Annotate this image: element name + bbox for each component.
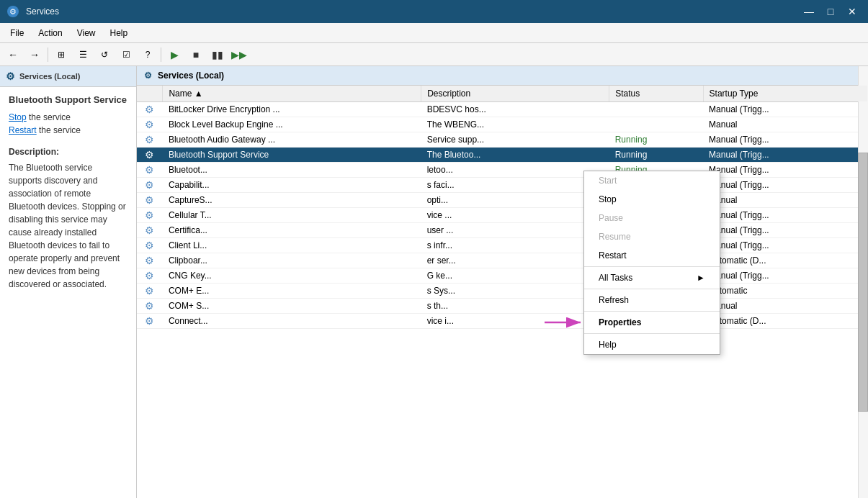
row-name: Block Level Backup Engine ... bbox=[163, 117, 421, 132]
up-button[interactable]: ⊞ bbox=[51, 45, 71, 64]
row-desc: s faci... bbox=[421, 178, 609, 193]
context-pause[interactable]: Pause bbox=[584, 209, 720, 227]
row-name: CaptureS... bbox=[163, 193, 421, 208]
row-name: CNG Key... bbox=[163, 268, 421, 284]
show-hide-button[interactable]: ☰ bbox=[73, 45, 93, 64]
pause-button[interactable]: ▮▮ bbox=[207, 45, 228, 64]
refresh-button[interactable]: ↺ bbox=[94, 45, 115, 64]
row-startup: Manual bbox=[703, 299, 867, 314]
row-status: Running bbox=[609, 132, 703, 148]
row-desc: Service supp... bbox=[421, 132, 609, 148]
row-name: Capabilit... bbox=[163, 178, 421, 193]
row-icon: ⚙ bbox=[137, 223, 163, 238]
table-row[interactable]: ⚙Cellular T...vice ...Manual (Trigg... bbox=[137, 208, 868, 223]
row-startup: Manual (Trigg... bbox=[703, 268, 867, 284]
table-row[interactable]: ⚙Client Li...s infr...Manual (Trigg... bbox=[137, 238, 868, 253]
toolbar-sep-1 bbox=[48, 47, 48, 62]
table-row[interactable]: ⚙CNG Key...G ke...RunningManual (Trigg..… bbox=[137, 268, 868, 284]
sidebar-desc-label: Description: bbox=[9, 147, 127, 157]
context-resume[interactable]: Resume bbox=[584, 227, 720, 246]
row-name: Connect... bbox=[163, 314, 421, 329]
context-restart[interactable]: Restart bbox=[584, 246, 720, 265]
scrollbar-track[interactable] bbox=[858, 66, 868, 498]
services-list: Name ▲ Description Status Startup Type ⚙… bbox=[137, 86, 868, 329]
menu-view[interactable]: View bbox=[70, 25, 103, 41]
row-status: Running bbox=[609, 148, 703, 163]
window-controls: — □ ✕ bbox=[799, 1, 862, 22]
minimize-button[interactable]: — bbox=[799, 1, 819, 22]
services-table: Name ▲ Description Status Startup Type ⚙… bbox=[137, 86, 868, 498]
menu-help[interactable]: Help bbox=[103, 25, 135, 41]
row-desc: vice ... bbox=[421, 208, 609, 223]
col-status-header[interactable]: Status bbox=[609, 86, 703, 102]
forward-button[interactable]: → bbox=[24, 45, 45, 64]
table-row[interactable]: ⚙Connect...vice i...RunningAutomatic (D.… bbox=[137, 314, 868, 329]
table-row[interactable]: ⚙COM+ E...s Sys...RunningAutomatic bbox=[137, 284, 868, 299]
row-desc: vice i... bbox=[421, 314, 609, 329]
scrollbar-thumb[interactable] bbox=[858, 153, 868, 412]
table-row[interactable]: ⚙Certifica...user ...Manual (Trigg... bbox=[137, 223, 868, 238]
table-row[interactable]: ⚙Bluetooth Audio Gateway ...Service supp… bbox=[137, 132, 868, 148]
help-button[interactable]: ? bbox=[138, 45, 158, 64]
row-startup: Manual (Trigg... bbox=[703, 208, 867, 223]
row-icon: ⚙ bbox=[137, 132, 163, 148]
row-desc: user ... bbox=[421, 223, 609, 238]
context-refresh[interactable]: Refresh bbox=[584, 291, 720, 309]
main-content: ⚙ Services (Local) Bluetooth Support Ser… bbox=[0, 66, 868, 498]
context-stop[interactable]: Stop bbox=[584, 190, 720, 209]
row-icon: ⚙ bbox=[137, 299, 163, 314]
row-desc: opti... bbox=[421, 193, 609, 208]
context-start-label: Start bbox=[599, 176, 617, 186]
table-row[interactable]: ⚙CaptureS...opti...RunningManual bbox=[137, 193, 868, 208]
skip-button[interactable]: ▶▶ bbox=[229, 45, 249, 64]
context-all-tasks[interactable]: All Tasks ► bbox=[584, 268, 720, 287]
menu-file[interactable]: File bbox=[3, 25, 31, 41]
context-all-tasks-label: All Tasks bbox=[599, 273, 632, 283]
table-row[interactable]: ⚙Clipboar...er ser...RunningAutomatic (D… bbox=[137, 253, 868, 268]
col-name-header[interactable]: Name ▲ bbox=[163, 86, 421, 102]
row-startup: Manual (Trigg... bbox=[703, 238, 867, 253]
context-help[interactable]: Help bbox=[584, 335, 720, 354]
app-icon: ⚙ bbox=[6, 4, 20, 19]
col-startup-header[interactable]: Startup Type bbox=[703, 86, 867, 102]
row-startup: Manual bbox=[703, 193, 867, 208]
row-desc: s th... bbox=[421, 299, 609, 314]
menu-action[interactable]: Action bbox=[31, 25, 69, 41]
col-desc-header[interactable]: Description bbox=[421, 86, 609, 102]
sidebar-icon: ⚙ bbox=[6, 71, 15, 82]
row-status bbox=[609, 117, 703, 132]
row-status bbox=[609, 102, 703, 117]
row-startup: Automatic bbox=[703, 284, 867, 299]
table-row[interactable]: ⚙Capabilit...s faci...RunningManual (Tri… bbox=[137, 178, 868, 193]
table-row[interactable]: ⚙Bluetooth Support ServiceThe Bluetoo...… bbox=[137, 148, 868, 163]
row-desc: G ke... bbox=[421, 268, 609, 284]
table-row[interactable]: ⚙Bluetoot...letoo...RunningManual (Trigg… bbox=[137, 163, 868, 178]
right-panel: ⚙ Services (Local) Name ▲ Description St… bbox=[137, 66, 868, 498]
svg-text:⚙: ⚙ bbox=[9, 7, 17, 16]
table-row[interactable]: ⚙BitLocker Drive Encryption ...BDESVC ho… bbox=[137, 102, 868, 117]
restart-text: the service bbox=[37, 125, 81, 135]
restart-link[interactable]: Restart bbox=[9, 125, 37, 135]
maximize-button[interactable]: □ bbox=[820, 1, 841, 22]
row-startup: Manual (Trigg... bbox=[703, 132, 867, 148]
row-startup: Manual (Trigg... bbox=[703, 178, 867, 193]
back-button[interactable]: ← bbox=[3, 45, 23, 64]
play-button[interactable]: ▶ bbox=[164, 45, 184, 64]
properties-button[interactable]: ☑ bbox=[116, 45, 136, 64]
table-header-row: Name ▲ Description Status Startup Type bbox=[137, 86, 868, 102]
submenu-arrow: ► bbox=[697, 273, 705, 283]
row-desc: The WBENG... bbox=[421, 117, 609, 132]
table-row[interactable]: ⚙Block Level Backup Engine ...The WBENG.… bbox=[137, 117, 868, 132]
row-icon: ⚙ bbox=[137, 117, 163, 132]
table-row[interactable]: ⚙COM+ S...s th...Manual bbox=[137, 299, 868, 314]
row-desc: letoo... bbox=[421, 163, 609, 178]
close-button[interactable]: ✕ bbox=[842, 1, 862, 22]
context-sep-2 bbox=[584, 289, 720, 289]
row-name: Clipboar... bbox=[163, 253, 421, 268]
context-start[interactable]: Start bbox=[584, 171, 720, 190]
context-resume-label: Resume bbox=[599, 232, 631, 242]
stop-link[interactable]: Stop bbox=[9, 112, 27, 122]
stop-button[interactable]: ■ bbox=[186, 45, 206, 64]
context-properties[interactable]: Properties bbox=[584, 313, 720, 332]
row-startup: Automatic (D... bbox=[703, 253, 867, 268]
